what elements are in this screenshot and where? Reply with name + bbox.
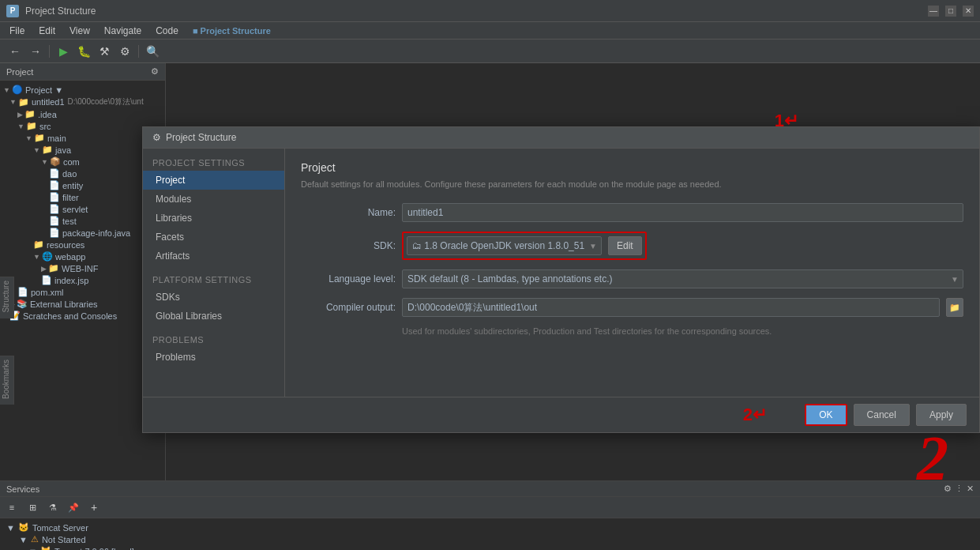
ok-button[interactable]: OK (805, 404, 847, 426)
name-label: Name: (301, 207, 396, 218)
minimize-button[interactable]: — (928, 6, 939, 17)
tree-item-extlibs[interactable]: ▶ 📚 External Libraries (0, 298, 165, 310)
services-grid-btn[interactable]: ⊞ (24, 499, 41, 516)
dialog-footer: OK Cancel Apply (143, 397, 979, 432)
back-button[interactable]: ← (6, 43, 24, 60)
tree-item-com[interactable]: ▼ 📦 com (0, 156, 165, 168)
nav-item-libraries[interactable]: Libraries (143, 209, 284, 228)
compiler-controls: 📁 (402, 298, 963, 317)
tree-options-icon[interactable]: ⚙ (151, 66, 159, 77)
folder-icon-webapp: 🌐 (42, 251, 53, 262)
debug-button[interactable]: 🐛 (75, 43, 92, 60)
services-settings-icon[interactable]: ⚙ (944, 484, 952, 494)
nav-item-modules[interactable]: Modules (143, 190, 284, 209)
tree-arrow-com: ▼ (41, 158, 48, 166)
lang-select[interactable]: SDK default (8 - Lambdas, type annotatio… (402, 269, 963, 288)
tree-arrow-java: ▼ (33, 146, 40, 154)
tree-item-webinf[interactable]: ▶ 📁 WEB-INF (0, 262, 165, 274)
tree-item-scratches[interactable]: 📝 Scratches and Consoles (0, 310, 165, 322)
folder-icon-src: 📁 (26, 121, 37, 131)
tree-item-src[interactable]: ▼ 📁 src (0, 120, 165, 132)
tree-item-resources[interactable]: 📁 resources (0, 239, 165, 251)
tree-header: Project ⚙ (0, 63, 165, 81)
services-filter-btn[interactable]: ⚗ (44, 499, 62, 516)
maximize-button[interactable]: □ (945, 6, 956, 17)
name-input[interactable] (402, 203, 963, 222)
services-list-btn[interactable]: ≡ (3, 499, 21, 516)
services-close-icon[interactable]: ✕ (967, 484, 974, 494)
tree-item-webapp[interactable]: ▼ 🌐 webapp (0, 251, 165, 262)
folder-icon-test: 📄 (49, 216, 60, 226)
name-row: Name: (301, 203, 963, 222)
menu-view[interactable]: View (63, 24, 96, 38)
tomcat-instance-icon: 🐱 (40, 546, 51, 550)
compiler-output-input[interactable] (402, 298, 940, 317)
tree-item-entity[interactable]: 📄 entity (0, 179, 165, 191)
tree-item-idea[interactable]: ▶ 📁 .idea (0, 108, 165, 120)
project-structure-dialog: ⚙ Project Structure Project Settings Pro… (142, 126, 980, 433)
tree-label-extlibs: External Libraries (30, 299, 98, 309)
toolbar-separator (49, 45, 50, 58)
sdk-controls: 🗂 1.8 Oracle OpenJDK version 1.8.0_51 ▼ … (407, 236, 642, 255)
tree-item-pomxml[interactable]: 📄 pom.xml (0, 286, 165, 298)
sdk-row: SDK: 🗂 1.8 Oracle OpenJDK version 1.8.0_… (301, 232, 963, 260)
services-header-actions: ⚙ ⋮ ✕ (944, 484, 974, 494)
service-not-started[interactable]: ▼ ⚠ Not Started (6, 533, 974, 545)
close-button[interactable]: ✕ (963, 6, 974, 17)
tree-label-src: src (39, 122, 51, 131)
nav-item-project[interactable]: Project (143, 171, 284, 190)
menu-file[interactable]: File (3, 24, 31, 38)
forward-button[interactable]: → (27, 43, 44, 60)
services-options-icon[interactable]: ⋮ (955, 484, 963, 494)
cancel-button[interactable]: Cancel (854, 404, 910, 426)
lib-icon-extlibs: 📚 (17, 299, 28, 309)
nav-item-facets[interactable]: Facets (143, 228, 284, 247)
sdk-edit-button[interactable]: Edit (608, 236, 642, 255)
tree-label-pomxml: pom.xml (31, 288, 64, 297)
tree-arrow-project: ▼ (3, 86, 10, 94)
search-button[interactable]: 🔍 (144, 43, 161, 60)
structure-label: Structure (0, 277, 12, 316)
tree-item-main[interactable]: ▼ 📁 main (0, 132, 165, 144)
tree-label-test: test (62, 217, 77, 226)
nav-item-global-libraries[interactable]: Global Libraries (143, 307, 284, 326)
dialog-content-area: Project Default settings for all modules… (285, 149, 979, 397)
tree-item-project[interactable]: ▼ 🔵 Project ▼ (0, 84, 165, 96)
build-button[interactable]: ⚒ (96, 43, 113, 60)
tree-item-filter[interactable]: 📄 filter (0, 191, 165, 203)
service-tomcat-instance[interactable]: ▼ 🐱 Tomcat 7.0.96 [local] (6, 545, 974, 550)
tree-item-test[interactable]: 📄 test (0, 215, 165, 227)
tree-item-packageinfo[interactable]: 📄 package-info.java (0, 227, 165, 239)
menu-edit[interactable]: Edit (32, 24, 62, 38)
dialog-left-nav: Project Settings Project Modules Librari… (143, 149, 285, 397)
menu-bar: File Edit View Navigate Code ■ Project S… (0, 22, 980, 40)
folder-icon-filter: 📄 (49, 192, 60, 202)
tree-item-servlet[interactable]: 📄 servlet (0, 203, 165, 215)
tree-item-dao[interactable]: 📄 dao (0, 168, 165, 179)
service-tomcat-server[interactable]: ▼ 🐱 Tomcat Server (6, 522, 974, 533)
tree-item-java[interactable]: ▼ 📁 java (0, 144, 165, 156)
title-bar-controls: — □ ✕ (928, 6, 974, 17)
sdk-select[interactable]: 🗂 1.8 Oracle OpenJDK version 1.8.0_51 (407, 236, 602, 255)
menu-code[interactable]: Code (149, 24, 185, 38)
run-button[interactable]: ▶ (54, 43, 72, 60)
nav-item-artifacts[interactable]: Artifacts (143, 247, 284, 266)
tree-item-indexjsp[interactable]: 📄 index.jsp (0, 274, 165, 286)
services-pin-btn[interactable]: 📌 (65, 499, 82, 516)
compiler-browse-button[interactable]: 📁 (946, 298, 963, 317)
not-started-icon: ⚠ (31, 534, 39, 544)
menu-navigate[interactable]: Navigate (98, 24, 148, 38)
tree-arrow-src: ▼ (17, 122, 24, 130)
nav-item-sdks[interactable]: SDKs (143, 288, 284, 307)
annotation-2-arrow: 2↵ (743, 405, 767, 425)
nav-item-problems[interactable]: Problems (143, 348, 284, 367)
file-icon-pomxml: 📄 (17, 287, 28, 297)
project-settings-section: Project Settings (143, 155, 284, 171)
bookmarks-tab[interactable]: Bookmarks (0, 356, 14, 405)
services-add-btn[interactable]: + (85, 499, 103, 516)
tree-item-untitled1[interactable]: ▼ 📁 untitled1 D:\000code\0算法\unt (0, 96, 165, 108)
compiler-output-row: Compiler output: 📁 (301, 298, 963, 317)
apply-button[interactable]: Apply (916, 404, 967, 426)
structure-tab[interactable]: Structure (0, 277, 14, 318)
settings-button[interactable]: ⚙ (116, 43, 133, 60)
